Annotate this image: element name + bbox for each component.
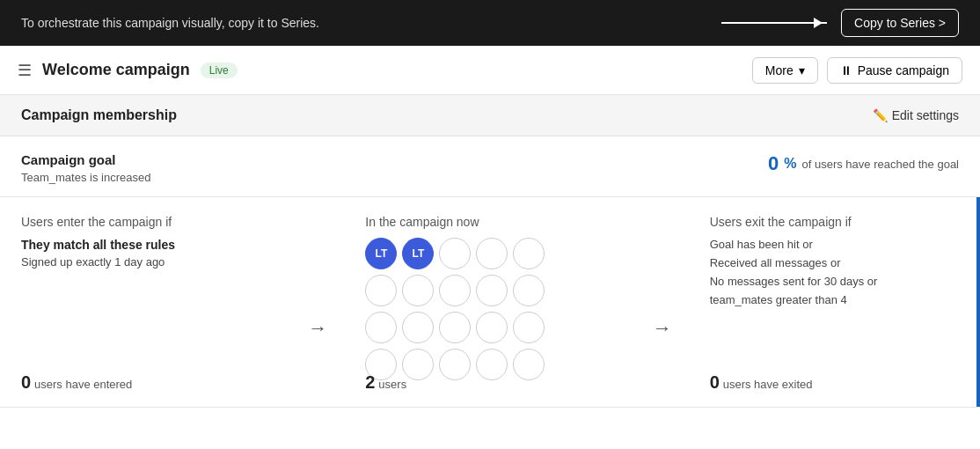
avatar-circle — [476, 238, 508, 269]
avatar-circle: LT — [402, 238, 434, 269]
avatar-circle — [365, 275, 397, 306]
pencil-icon: ✏️ — [873, 108, 888, 122]
columns-section: Users enter the campaign if They match a… — [0, 197, 980, 408]
avatar-circle: LT — [365, 238, 397, 269]
goal-subtitle: Team_mates is increased — [21, 171, 150, 184]
exit-stat-number: 0 — [710, 372, 720, 392]
enter-col-detail: Signed up exactly 1 day ago — [21, 255, 270, 269]
pause-label: Pause campaign — [858, 63, 949, 77]
pause-icon: ⏸ — [840, 63, 852, 77]
goal-title: Campaign goal — [21, 152, 150, 167]
current-col-title: In the campaign now — [365, 215, 614, 229]
avatar-circle — [513, 238, 545, 269]
avatar-circle — [402, 349, 434, 380]
current-column: In the campaign now LTLT 2 users — [344, 197, 635, 407]
avatar-circle — [513, 275, 545, 306]
enter-stat-label: users have entered — [34, 378, 132, 391]
right-accent — [976, 197, 980, 407]
avatar-circle — [365, 312, 397, 343]
membership-header: Campaign membership ✏️ Edit settings — [0, 95, 980, 136]
pause-campaign-button[interactable]: ⏸ Pause campaign — [827, 57, 962, 84]
avatar-circle — [476, 312, 508, 343]
avatar-circle — [476, 349, 508, 380]
goal-percent-symbol: % — [784, 156, 796, 172]
exit-col-stat: 0 users have exited — [710, 372, 813, 393]
exit-conditions: Goal has been hit orReceived all message… — [710, 238, 959, 306]
avatar-circle — [513, 312, 545, 343]
avatar-grid: LTLT — [365, 238, 614, 380]
live-badge: Live — [201, 63, 238, 78]
header-bar: ☰ Welcome campaign Live More ▾ ⏸ Pause c… — [0, 46, 980, 95]
menu-icon[interactable]: ☰ — [18, 61, 32, 80]
more-label: More — [765, 63, 794, 77]
membership-title: Campaign membership — [21, 107, 177, 123]
goal-right: 0 % of users have reached the goal — [768, 152, 959, 175]
exit-column: Users exit the campaign if Goal has been… — [689, 197, 980, 407]
avatar-circle — [513, 349, 545, 380]
arrow-line — [721, 22, 827, 24]
goal-description: of users have reached the goal — [801, 158, 959, 171]
exit-arrow-connector: → — [636, 197, 689, 407]
copy-to-series-button[interactable]: Copy to Series > — [841, 9, 959, 37]
goal-percent: 0 — [768, 152, 779, 175]
header-left: ☰ Welcome campaign Live — [18, 61, 238, 80]
enter-col-title: Users enter the campaign if — [21, 215, 270, 229]
avatar-circle — [439, 238, 471, 269]
edit-settings-button[interactable]: ✏️ Edit settings — [873, 108, 959, 122]
goal-section: Campaign goal Team_mates is increased 0 … — [0, 136, 980, 197]
avatar-circle — [439, 312, 471, 343]
exit-condition: team_mates greater than 4 — [710, 293, 959, 306]
current-col-stat: 2 users — [365, 372, 406, 393]
avatar-circle — [476, 275, 508, 306]
chevron-down-icon: ▾ — [799, 63, 805, 77]
exit-condition: Received all messages or — [710, 256, 959, 269]
enter-col-inner: Users enter the campaign if They match a… — [21, 215, 270, 393]
current-stat-number: 2 — [365, 372, 375, 392]
avatar-circle — [402, 312, 434, 343]
banner-text: To orchestrate this campaign visually, c… — [21, 16, 319, 30]
exit-stat-label: users have exited — [723, 378, 813, 391]
top-banner: To orchestrate this campaign visually, c… — [0, 0, 980, 46]
exit-condition: No messages sent for 30 days or — [710, 275, 959, 288]
exit-condition: Goal has been hit or — [710, 238, 959, 251]
exit-col-title: Users exit the campaign if — [710, 215, 959, 229]
enter-stat-number: 0 — [21, 372, 31, 392]
header-right: More ▾ ⏸ Pause campaign — [752, 57, 962, 84]
more-button[interactable]: More ▾ — [752, 57, 818, 84]
enter-column: Users enter the campaign if They match a… — [0, 197, 291, 407]
goal-left: Campaign goal Team_mates is increased — [21, 152, 150, 184]
banner-right: Copy to Series > — [721, 9, 959, 37]
edit-settings-label: Edit settings — [892, 108, 959, 122]
enter-col-stat: 0 users have entered — [21, 372, 132, 393]
avatar-circle — [402, 275, 434, 306]
avatar-circle — [439, 275, 471, 306]
enter-arrow-connector: → — [291, 197, 344, 407]
current-stat-label: users — [378, 378, 406, 391]
avatar-circle — [439, 349, 471, 380]
banner-arrow — [721, 22, 827, 24]
campaign-title: Welcome campaign — [42, 61, 190, 79]
enter-col-subtitle: They match all these rules — [21, 238, 270, 252]
